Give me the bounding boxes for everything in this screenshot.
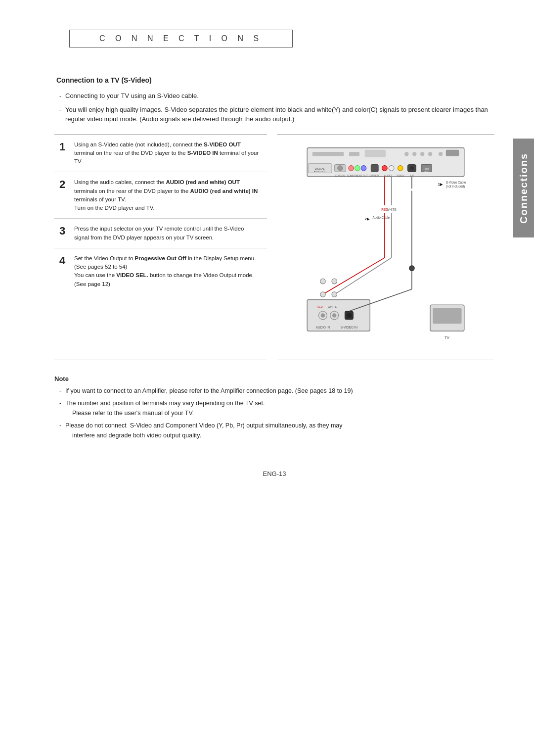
svg-text:WHITE: WHITE	[328, 305, 337, 308]
step-3: 3 Press the input selector on your TV re…	[54, 219, 267, 248]
svg-text:2▶: 2▶	[365, 216, 370, 221]
intro-bullets: Connecting to your TV using an S-Video c…	[54, 91, 494, 124]
main-content: 1 Using an S-Video cable (not included),…	[54, 134, 494, 361]
svg-text:Audio Cable: Audio Cable	[373, 215, 390, 219]
svg-rect-47	[433, 308, 461, 324]
svg-rect-1	[312, 152, 344, 156]
note-list: If you want to connect to an Amplifier, …	[54, 386, 494, 440]
diagram-column: DIGITAL AUDIO OUT COAXIAL COMPONENT OUT …	[277, 134, 494, 361]
page-wrapper: Connections C O N N E C T I O N S Connec…	[0, 0, 534, 756]
svg-text:1▶: 1▶	[438, 182, 443, 186]
svg-point-63	[320, 291, 326, 297]
svg-text:AUDIO IN: AUDIO IN	[316, 325, 330, 329]
svg-point-18	[361, 165, 366, 171]
svg-point-7	[428, 152, 432, 156]
svg-text:AUDIO: AUDIO	[384, 174, 392, 177]
svg-point-55	[347, 313, 352, 318]
svg-text:OPTICAL: OPTICAL	[370, 174, 380, 177]
svg-point-17	[355, 165, 360, 171]
note-title: Note	[54, 375, 494, 382]
note-item-3: Please do not connect S-Video and Compon…	[59, 421, 494, 440]
svg-point-22	[382, 165, 388, 171]
svg-text:(not included): (not included)	[446, 185, 465, 189]
svg-point-4	[404, 152, 408, 156]
svg-rect-9	[446, 149, 459, 156]
svg-text:S-Video Cable: S-Video Cable	[446, 180, 466, 184]
svg-point-16	[349, 165, 354, 171]
side-tab: Connections	[513, 139, 534, 237]
svg-text:S-VIDEO IN: S-VIDEO IN	[341, 325, 358, 329]
svg-text:VIDEO: VIDEO	[397, 174, 404, 177]
svg-point-28	[410, 166, 414, 170]
svg-point-25	[398, 165, 403, 171]
page-title: C O N N E C T I O N S	[99, 34, 263, 43]
svg-rect-3	[365, 149, 386, 157]
section-heading: Connection to a TV (S-Video)	[56, 76, 494, 84]
side-tab-label: Connections	[518, 152, 530, 223]
page-number: ENG-13	[54, 470, 494, 477]
svg-point-51	[321, 313, 325, 317]
svg-point-65	[320, 279, 326, 284]
title-box: C O N N E C T I O N S	[69, 30, 293, 47]
svg-point-6	[420, 152, 424, 156]
svg-point-23	[389, 165, 394, 171]
svg-point-53	[332, 313, 336, 317]
intro-bullet-1: Connecting to your TV using an S-Video c…	[59, 91, 494, 101]
svg-point-64	[332, 291, 337, 297]
connection-diagram: DIGITAL AUDIO OUT COAXIAL COMPONENT OUT …	[297, 142, 475, 352]
svg-text:OUT: OUT	[424, 171, 429, 173]
step-4: 4 Set the Video Output to Progessive Out…	[54, 248, 267, 294]
intro-bullet-2: You will enjoy high quality images. S-Vi…	[59, 105, 494, 124]
svg-text:COMPONENT OUT: COMPONENT OUT	[347, 174, 368, 177]
svg-point-14	[338, 165, 343, 171]
svg-text:TV: TV	[445, 335, 449, 340]
svg-text:DIGITAL: DIGITAL	[315, 167, 325, 170]
svg-line-60	[323, 257, 385, 294]
svg-rect-20	[371, 164, 378, 172]
svg-rect-2	[349, 152, 359, 156]
svg-point-8	[439, 152, 443, 156]
note-item-1: If you want to connect to an Amplifier, …	[59, 386, 494, 396]
note-item-2: The number and position of terminals may…	[59, 399, 494, 418]
svg-point-66	[332, 279, 337, 284]
step-2: 2 Using the audio cables, connect the AU…	[54, 172, 267, 219]
svg-text:HDMI: HDMI	[424, 168, 429, 170]
step-1: 1 Using an S-Video cable (not included),…	[54, 135, 267, 173]
note-section: Note If you want to connect to an Amplif…	[54, 375, 494, 440]
svg-text:AUDIO OUT: AUDIO OUT	[314, 170, 326, 173]
svg-text:WHITE: WHITE	[386, 207, 396, 211]
svg-point-5	[412, 152, 416, 156]
svg-text:COAXIAL: COAXIAL	[335, 174, 346, 177]
svg-line-61	[334, 257, 391, 294]
svg-point-67	[409, 265, 415, 271]
svg-text:RED: RED	[316, 305, 322, 308]
steps-column: 1 Using an S-Video cable (not included),…	[54, 134, 267, 361]
